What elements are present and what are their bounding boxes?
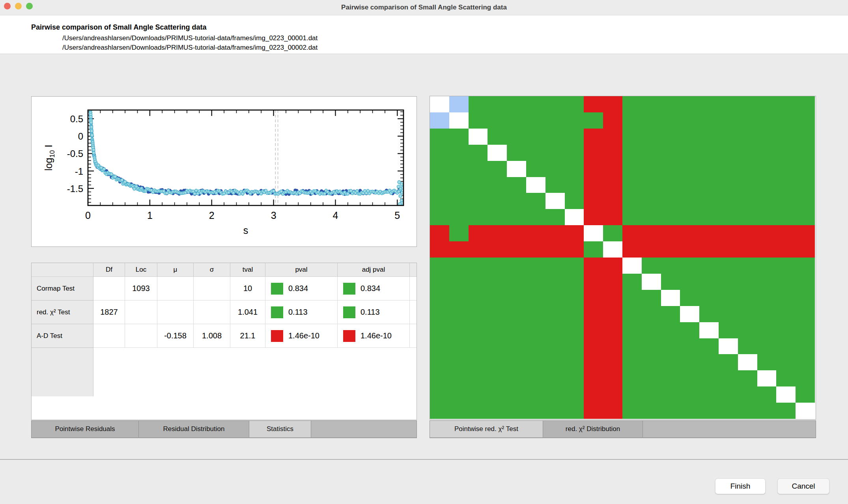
heatmap-cell [738, 193, 757, 209]
heatmap-cell [565, 225, 584, 241]
tab-statistics[interactable]: Statistics [249, 421, 311, 437]
heatmap-cell [719, 354, 738, 370]
heatmap-cell [449, 96, 469, 112]
heatmap-cell [603, 370, 622, 386]
heatmap-cell [642, 290, 661, 306]
cell-sigma [194, 277, 230, 301]
heatmap-cell [584, 112, 603, 129]
scattering-plot-panel: 0123450.50-0.5-1-1.5slog10 I [31, 96, 417, 247]
heatmap-cell [680, 241, 699, 258]
heatmap-cell [507, 370, 526, 386]
statistics-table: Df Loc μ σ tval pval adj pval Cormap Tes… [31, 263, 417, 420]
heatmap-cell [603, 96, 622, 112]
heatmap-cell [545, 403, 565, 419]
heatmap-cell [488, 354, 507, 370]
cell-sigma [194, 301, 230, 324]
heatmap-cell [526, 258, 545, 274]
heatmap-cell [430, 290, 449, 306]
heatmap-cell [507, 290, 526, 306]
heatmap-cell [776, 96, 796, 112]
heatmap-cell [603, 209, 622, 225]
table-empty-area [32, 348, 417, 396]
cell-filler [410, 324, 417, 348]
heatmap-cell [430, 177, 449, 193]
heatmap-cell [622, 290, 642, 306]
heatmap-cell [776, 290, 796, 306]
heatmap-cell [642, 386, 661, 403]
heatmap-cell [622, 403, 642, 419]
tab-residual-distribution[interactable]: Residual Distribution [139, 421, 249, 437]
heatmap-cell [776, 177, 796, 193]
heatmap-cell [584, 322, 603, 338]
heatmap-cell [680, 129, 699, 145]
heatmap-cell [757, 129, 777, 145]
heatmap-cell [469, 258, 488, 274]
heatmap-cell [545, 386, 565, 403]
heatmap-cell [661, 338, 680, 355]
heatmap-cell [622, 338, 642, 355]
cell-mu [157, 277, 194, 301]
heatmap-cell [430, 274, 449, 290]
heatmap-cell [661, 370, 680, 386]
heatmap-cell [757, 209, 777, 225]
row-label: Cormap Test [32, 277, 93, 301]
heatmap-cell [680, 354, 699, 370]
heatmap-cell [719, 145, 738, 161]
cancel-button[interactable]: Cancel [777, 478, 829, 494]
heatmap-cell [738, 96, 757, 112]
heatmap-cell [469, 241, 488, 258]
heatmap-cell [545, 258, 565, 274]
heatmap-cell [526, 290, 545, 306]
heatmap-cell [796, 306, 815, 322]
status-badge [343, 306, 355, 318]
title-bar[interactable]: Pairwise comparison of Small Angle Scatt… [0, 0, 848, 15]
heatmap-cell [449, 225, 469, 241]
heatmap-cell [661, 306, 680, 322]
heatmap-cell [738, 403, 757, 419]
heatmap-cell [469, 274, 488, 290]
heatmap-cell [584, 306, 603, 322]
heatmap-cell [757, 403, 777, 419]
heatmap-cell [757, 322, 777, 338]
svg-text:0: 0 [85, 210, 91, 221]
heatmap-cell [469, 322, 488, 338]
heatmap-cell [545, 129, 565, 145]
heatmap-cell [430, 403, 449, 419]
heatmap-cell [642, 274, 661, 290]
heatmap-cell [796, 145, 815, 161]
heatmap-cell [526, 161, 545, 177]
heatmap-cell [488, 177, 507, 193]
column-header-tval: tval [230, 263, 265, 277]
heatmap-cell [603, 354, 622, 370]
heatmap-cell [776, 322, 796, 338]
heatmap-cell [622, 161, 642, 177]
heatmap-cell [719, 258, 738, 274]
tab-chi2-distribution[interactable]: red. χ² Distribution [543, 421, 643, 437]
heatmap-cell [661, 193, 680, 209]
cell-loc [125, 301, 157, 324]
heatmap-cell [507, 112, 526, 129]
heatmap-cell [526, 112, 545, 129]
heatmap-cell [545, 338, 565, 355]
heatmap-cell [584, 274, 603, 290]
file-path-1: /Users/andreashlarsen/Downloads/PRIMUS-t… [62, 34, 318, 42]
heatmap-cell [757, 241, 777, 258]
tab-pointwise-residuals[interactable]: Pointwise Residuals [32, 421, 139, 437]
heatmap-cell [469, 386, 488, 403]
heatmap-cell [488, 322, 507, 338]
heatmap-cell [622, 112, 642, 129]
heatmap-cell [507, 386, 526, 403]
heatmap-cell [469, 338, 488, 355]
heatmap-cell [565, 258, 584, 274]
heatmap-cell [584, 354, 603, 370]
heatmap-cell [526, 225, 545, 241]
finish-button[interactable]: Finish [715, 478, 766, 494]
heatmap-cell [449, 306, 469, 322]
heatmap-cell [642, 209, 661, 225]
tab-pointwise-chi2-test[interactable]: Pointwise red. χ² Test [430, 421, 543, 437]
heatmap-cell [757, 386, 777, 403]
heatmap-cell [488, 241, 507, 258]
table-header-row: Df Loc μ σ tval pval adj pval [32, 263, 417, 277]
heatmap-cell [565, 161, 584, 177]
heatmap-cell [661, 274, 680, 290]
